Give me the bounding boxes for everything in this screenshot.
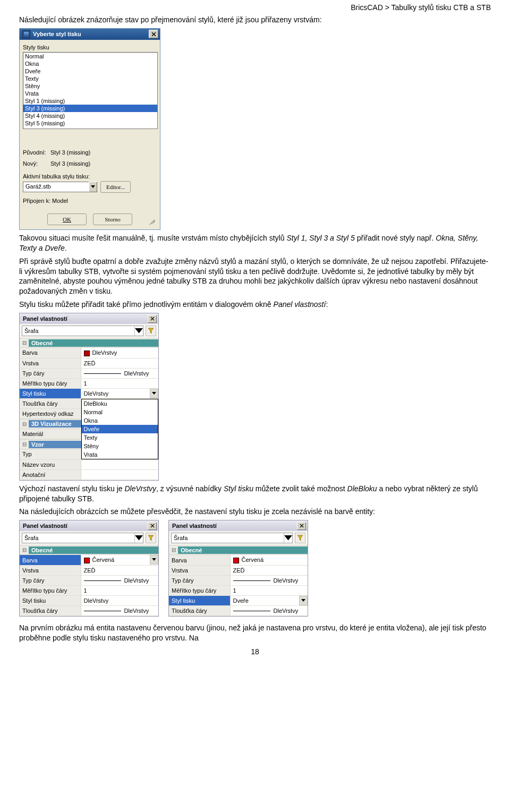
dropdown-arrow[interactable] bbox=[150, 389, 158, 398]
collapse-toggle[interactable]: ⊟ bbox=[20, 547, 29, 553]
original-label: Původní: bbox=[23, 149, 50, 156]
panel-title: Panel vlastností bbox=[23, 315, 148, 322]
ltscale-value[interactable]: 1 bbox=[230, 585, 308, 595]
ltscale-value[interactable]: 1 bbox=[81, 585, 158, 595]
color-value[interactable]: Červená bbox=[81, 555, 158, 565]
styles-listbox[interactable]: Normal Okna Dveře Texty Stěny Vrata Styl… bbox=[23, 52, 158, 129]
filter-button[interactable] bbox=[146, 533, 156, 543]
funnel-icon bbox=[297, 535, 303, 541]
styles-label: Styly tisku bbox=[23, 44, 157, 50]
editor-button[interactable]: Editor... bbox=[100, 181, 131, 193]
linetype-value[interactable]: DleVrstvy bbox=[230, 575, 308, 585]
list-item[interactable]: Stěny bbox=[23, 82, 157, 90]
dropdown-arrow[interactable] bbox=[150, 555, 158, 565]
entity-type-value: Šrafa bbox=[22, 328, 134, 334]
color-swatch bbox=[84, 558, 90, 563]
dropdown-item[interactable]: Texty bbox=[82, 433, 158, 442]
combo-value: Garáž.stb bbox=[23, 182, 89, 192]
original-value: Styl 3 (missing) bbox=[50, 149, 90, 156]
layer-value[interactable]: ZEĎ bbox=[81, 358, 158, 368]
chevron-down-icon[interactable] bbox=[134, 326, 143, 336]
list-item[interactable]: Vrata bbox=[23, 90, 157, 97]
prop-key-selected: Styl tisku bbox=[169, 595, 230, 605]
ok-button[interactable]: OK bbox=[47, 213, 87, 225]
close-icon bbox=[151, 32, 156, 37]
entity-type-value: Šrafa bbox=[172, 535, 284, 541]
close-icon bbox=[300, 524, 304, 528]
list-item[interactable]: Styl 5 (missing) bbox=[23, 119, 157, 127]
panel-header[interactable]: Panel vlastností bbox=[20, 313, 158, 324]
dialog-title: Vyberte styl tisku bbox=[33, 31, 149, 37]
prop-key: Vrstva bbox=[20, 565, 81, 575]
chevron-down-icon[interactable] bbox=[134, 533, 143, 543]
layer-value[interactable]: ZEĎ bbox=[81, 565, 158, 575]
panel-header[interactable]: Panel vlastností bbox=[20, 520, 158, 531]
app-icon bbox=[22, 30, 30, 38]
dropdown-item-selected[interactable]: Dveře bbox=[82, 425, 158, 433]
layer-value[interactable]: ZEĎ bbox=[230, 565, 308, 575]
lweight-value[interactable]: DleVrstvy bbox=[81, 605, 158, 616]
entity-type-select[interactable]: Šrafa bbox=[171, 533, 293, 543]
list-item[interactable]: Okna bbox=[23, 60, 157, 67]
pattern-name-value[interactable] bbox=[81, 459, 158, 469]
prop-key: Typ čáry bbox=[20, 368, 81, 378]
color-value[interactable]: DleVrstvy bbox=[81, 348, 158, 358]
collapse-toggle[interactable]: ⊟ bbox=[20, 340, 29, 346]
new-value: Styl 3 (missing) bbox=[50, 160, 90, 167]
filter-button[interactable] bbox=[295, 533, 305, 543]
new-label: Nový: bbox=[23, 160, 50, 167]
prop-key: Měřítko typu čáry bbox=[20, 378, 81, 388]
list-item[interactable]: Dveře bbox=[23, 67, 157, 75]
chevron-down-icon bbox=[152, 392, 156, 395]
paragraph-6: Na prvním obrázku má entita nastavenu če… bbox=[19, 623, 491, 643]
list-item[interactable]: Normal bbox=[23, 53, 157, 60]
collapse-toggle[interactable]: ⊟ bbox=[20, 441, 29, 447]
close-button[interactable] bbox=[149, 30, 158, 38]
dialog-titlebar[interactable]: Vyberte styl tisku bbox=[20, 29, 160, 40]
linetype-value[interactable]: DleVrstvy bbox=[81, 368, 158, 378]
list-item[interactable]: Styl 1 (missing) bbox=[23, 97, 157, 105]
list-item[interactable]: Texty bbox=[23, 75, 157, 82]
panel-close-button[interactable] bbox=[148, 522, 157, 530]
paragraph-5: Na následujících obrázcích se můžete pře… bbox=[19, 507, 491, 517]
entity-type-select[interactable]: Šrafa bbox=[22, 326, 143, 336]
paragraph-1: Takovou situaci musíte řešit manuálně, t… bbox=[19, 233, 491, 253]
ltscale-value[interactable]: 1 bbox=[81, 378, 158, 388]
section-general: Obecné bbox=[29, 339, 158, 347]
list-item-selected[interactable]: Styl 3 (missing) bbox=[23, 105, 157, 112]
panel-close-button[interactable] bbox=[297, 522, 306, 530]
color-value[interactable]: Červená bbox=[230, 555, 308, 565]
dropdown-item[interactable]: Okna bbox=[82, 416, 158, 425]
dropdown-item[interactable]: Vrata bbox=[82, 450, 158, 459]
breadcrumb: BricsCAD > Tabulky stylů tisku CTB a STB bbox=[19, 3, 491, 12]
collapse-toggle[interactable]: ⊟ bbox=[169, 547, 178, 553]
chevron-down-icon[interactable] bbox=[284, 533, 292, 543]
prop-key: Barva bbox=[169, 555, 230, 565]
linetype-value[interactable]: DleVrstvy bbox=[81, 575, 158, 585]
filter-button[interactable] bbox=[146, 326, 156, 336]
dropdown-item[interactable]: Normal bbox=[82, 408, 158, 416]
prop-key: Typ čáry bbox=[169, 575, 230, 585]
dropdown-item[interactable]: DleBloku bbox=[82, 399, 158, 408]
lweight-value[interactable]: DleVrstvy bbox=[230, 605, 308, 616]
dropdown-arrow[interactable] bbox=[299, 596, 308, 605]
print-style-value[interactable]: DleVrstvy DleBloku Normal Okna Dveře Tex… bbox=[81, 388, 158, 398]
panel-close-button[interactable] bbox=[148, 315, 157, 323]
prop-key-selected: Barva bbox=[20, 555, 81, 565]
combo-arrow[interactable] bbox=[89, 182, 97, 192]
panel-header[interactable]: Panel vlastností bbox=[169, 520, 308, 531]
style-dropdown-list[interactable]: DleBloku Normal Okna Dveře Texty Stěny V… bbox=[81, 399, 159, 459]
intro-paragraph: Následující obrázek znázorňuje stav po p… bbox=[19, 15, 491, 25]
prop-key: Název vzoru bbox=[20, 459, 81, 469]
print-style-value[interactable]: DleVrstvy bbox=[81, 595, 158, 605]
properties-panel-right: Panel vlastností Šrafa ⊟Obecné BarvaČerv… bbox=[168, 520, 308, 617]
dropdown-item[interactable]: Stěny bbox=[82, 442, 158, 450]
entity-type-select[interactable]: Šrafa bbox=[22, 533, 143, 543]
print-style-value[interactable]: Dveře bbox=[230, 595, 308, 605]
annotative-value[interactable] bbox=[81, 469, 158, 480]
list-item[interactable]: Styl 4 (missing) bbox=[23, 112, 157, 119]
style-table-combo[interactable]: Garáž.stb bbox=[23, 182, 97, 192]
funnel-icon bbox=[148, 328, 154, 334]
cancel-button[interactable]: Storno bbox=[93, 213, 132, 225]
collapse-toggle[interactable]: ⊟ bbox=[20, 421, 29, 427]
